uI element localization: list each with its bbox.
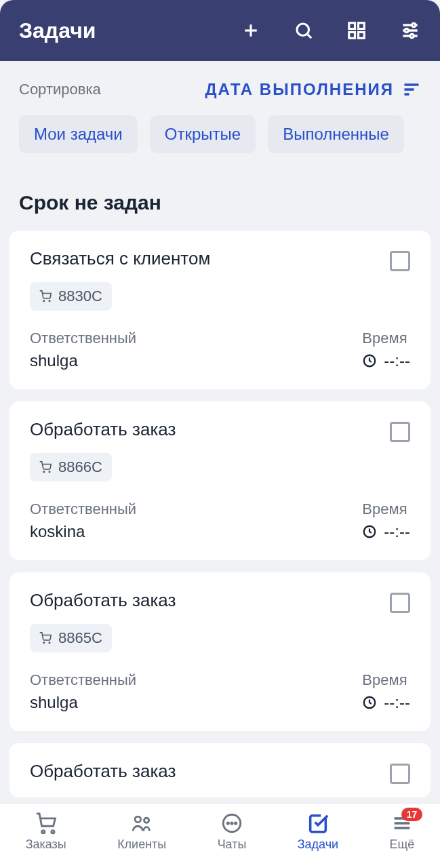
task-checkbox[interactable] [390,764,410,784]
task-card[interactable]: Связаться с клиентом 8830C Ответственный… [9,231,431,389]
svg-point-18 [49,300,50,302]
page-title: Задачи [19,18,241,43]
svg-point-11 [405,28,408,32]
svg-rect-6 [349,33,355,39]
svg-point-29 [144,818,149,823]
filter-chips: Мои задачи Открытые Выполненные [0,115,440,172]
assignee-value: koskina [30,522,362,541]
sort-dropdown[interactable]: ДАТА ВЫПОЛНЕНИЯ [205,80,421,99]
nav-badge: 17 [401,808,423,821]
task-title: Обработать заказ [30,419,176,440]
nav-label: Чаты [218,837,247,852]
cart-icon [35,812,58,835]
add-icon[interactable] [241,20,261,41]
grid-icon[interactable] [346,20,367,41]
time-value: --:-- [384,351,410,370]
task-title: Обработать заказ [30,761,176,782]
sort-value-text: ДАТА ВЫПОЛНЕНИЯ [205,80,394,99]
svg-rect-4 [349,23,355,29]
svg-point-31 [227,823,228,824]
svg-point-26 [41,831,44,833]
svg-point-20 [43,471,45,473]
svg-point-32 [231,823,233,824]
svg-point-2 [297,24,309,36]
tag-text: 8866C [58,458,102,476]
svg-point-28 [135,816,141,823]
svg-point-33 [235,823,237,824]
bottom-nav: Заказы Клиенты Чаты Задачи 17 Ещё [0,803,440,868]
task-checkbox[interactable] [390,593,410,613]
chip-open[interactable]: Открытые [150,115,256,153]
svg-point-23 [43,642,45,644]
nav-clients[interactable]: Клиенты [117,812,166,852]
chip-my-tasks[interactable]: Мои задачи [19,115,138,153]
task-title: Обработать заказ [30,590,176,611]
task-checkbox[interactable] [390,422,410,442]
header-actions [241,20,421,41]
nav-tasks[interactable]: Задачи [298,812,338,852]
tasks-icon [306,812,329,835]
task-checkbox[interactable] [390,251,410,271]
clock-icon [362,524,377,539]
nav-label: Заказы [26,837,66,852]
nav-more[interactable]: 17 Ещё [389,812,414,852]
svg-point-27 [52,831,54,833]
section-title: Срок не задан [0,172,440,231]
nav-label: Клиенты [117,837,166,852]
assignee-label: Ответственный [30,330,362,347]
chip-done[interactable]: Выполненные [268,115,404,153]
cart-icon [39,461,52,473]
filter-icon[interactable] [399,20,421,41]
assignee-label: Ответственный [30,500,362,518]
assignee-label: Ответственный [30,671,362,689]
sort-row: Сортировка ДАТА ВЫПОЛНЕНИЯ [0,61,440,115]
svg-point-9 [412,23,416,26]
time-value: --:-- [384,522,410,541]
clients-icon [130,812,153,835]
svg-line-3 [308,35,312,39]
cart-icon [39,290,52,302]
search-icon[interactable] [294,20,314,41]
nav-orders[interactable]: Заказы [26,812,66,852]
svg-rect-5 [359,23,365,29]
svg-point-13 [410,34,414,37]
task-card[interactable]: Обработать заказ [9,743,431,797]
svg-point-17 [43,300,45,302]
cart-icon [39,632,52,644]
app-header: Задачи [0,0,440,61]
time-label: Время [362,671,410,689]
task-card[interactable]: Обработать заказ 8866C Ответственный kos… [9,401,431,560]
task-card[interactable]: Обработать заказ 8865C Ответственный shu… [9,572,431,731]
order-tag[interactable]: 8866C [30,453,112,481]
nav-label: Задачи [298,837,338,852]
svg-point-24 [49,642,50,644]
chat-icon [220,812,243,835]
svg-rect-7 [359,33,365,39]
assignee-value: shulga [30,351,362,370]
nav-label: Ещё [389,837,414,852]
clock-icon [362,353,377,368]
tag-text: 8830C [58,288,102,305]
order-tag[interactable]: 8830C [30,282,112,311]
sort-label: Сортировка [19,81,205,98]
tag-text: 8865C [58,629,102,647]
assignee-value: shulga [30,693,362,712]
sort-icon [402,80,421,99]
order-tag[interactable]: 8865C [30,624,112,652]
nav-chats[interactable]: Чаты [218,812,247,852]
time-value: --:-- [384,693,410,712]
svg-point-21 [49,471,50,473]
task-title: Связаться с клиентом [30,248,210,269]
time-label: Время [362,330,410,347]
clock-icon [362,695,377,710]
time-label: Время [362,500,410,518]
task-list: Связаться с клиентом 8830C Ответственный… [0,231,440,797]
